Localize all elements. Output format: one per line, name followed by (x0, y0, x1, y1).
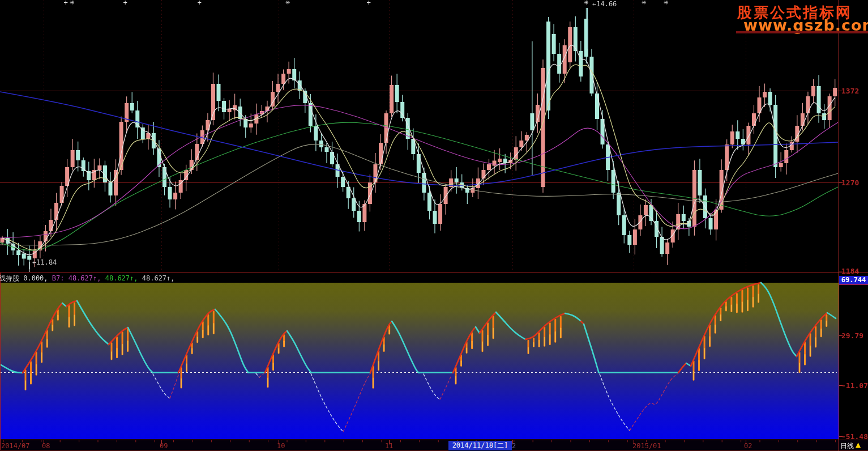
date-axis-label[interactable]: 08 (42, 442, 50, 450)
current-date-badge[interactable]: 2014/11/18[二] (448, 441, 512, 450)
indicator-value-3: 48.627↑, (142, 274, 175, 282)
date-axis-label[interactable]: 09 (160, 442, 168, 450)
price-axis-label: 1184 (841, 267, 859, 275)
price-axis-label: 1372 (841, 87, 859, 95)
date-axis-label[interactable]: 02 (744, 442, 752, 450)
signal-star-icon: ✳ (285, 0, 290, 6)
signal-star-icon: ✳ (584, 0, 588, 6)
signal-plus-icon: + (197, 0, 202, 6)
date-axis-label[interactable]: 11 (385, 442, 393, 450)
price-axis-label: 29.79 (841, 331, 863, 340)
low-price-annotation: ←11.84 (32, 258, 57, 266)
indicator-max-value-badge: 69.744 (839, 276, 868, 285)
indicator-header: 红线持股 0.000, B7: 48.627↑, 48.627↑, 48.627… (0, 274, 175, 283)
period-label[interactable]: 日线 (840, 441, 854, 451)
indicator-name-and-value: 红线持股 0.000, (0, 274, 52, 282)
date-axis-label[interactable]: 10 (277, 442, 285, 450)
high-price-annotation: ←14.66 (592, 0, 617, 8)
period-up-triangle-icon[interactable]: ▲ (856, 441, 861, 449)
indicator-value-2: 48.627↑, (105, 274, 142, 282)
date-axis-label[interactable]: 2 (512, 442, 516, 450)
signal-star-icon: ✳ (664, 0, 668, 6)
stock-app-window: 股票公式指标网 www.gszb.com ←14.66 ←11.84 红线持股 … (0, 0, 868, 451)
signal-plus-icon: + (63, 0, 68, 6)
watermark-underline (736, 31, 868, 33)
signal-plus-icon: + (123, 0, 127, 6)
price-axis-label: -51.48 (841, 432, 868, 441)
date-axis-label[interactable]: 2015/01 (632, 442, 661, 450)
indicator-b7-value: B7: 48.627↑, (52, 274, 105, 282)
price-axis-label: 1270 (841, 178, 859, 187)
signal-star-icon: ✳ (642, 0, 646, 6)
signal-star-icon: ✳ (70, 0, 74, 6)
date-axis-label[interactable]: 2014/07 (1, 442, 30, 450)
price-axis-label: -11.07 (841, 381, 868, 390)
signal-plus-icon: + (366, 0, 371, 6)
candlestick-and-indicator-canvas (0, 0, 868, 451)
